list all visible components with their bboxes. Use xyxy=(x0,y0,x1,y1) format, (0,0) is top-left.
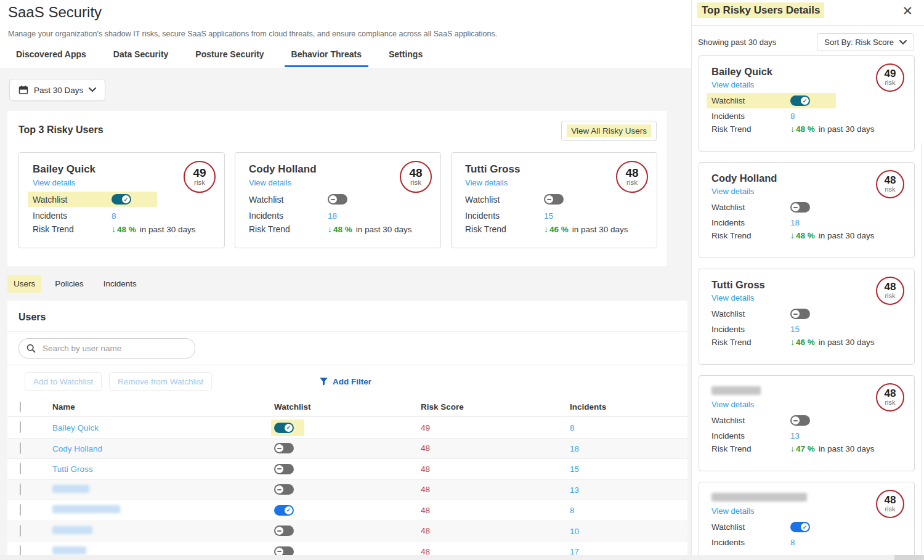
details-user-card: 48 risk Tutti Gross View details Watchli… xyxy=(699,269,915,365)
watchlist-toggle[interactable] xyxy=(274,546,294,555)
redacted-user-name xyxy=(52,485,89,493)
risk-trend-value: 48 %in past 30 days xyxy=(790,230,875,240)
incidents-count-link[interactable]: 17 xyxy=(570,547,579,555)
watchlist-toggle[interactable] xyxy=(790,95,810,106)
watchlist-toggle[interactable] xyxy=(274,464,294,474)
search-input[interactable] xyxy=(41,343,187,354)
details-panel-title: Top Risky Users Details xyxy=(697,4,824,17)
watchlist-toggle[interactable] xyxy=(274,526,294,536)
user-name-link[interactable]: Cody Holland xyxy=(52,444,102,453)
incidents-count-link[interactable]: 8 xyxy=(570,506,575,515)
tab-settings[interactable]: Settings xyxy=(382,47,429,67)
row-checkbox[interactable] xyxy=(20,525,21,537)
risk-score-value: 49 xyxy=(421,423,570,432)
subtab-users[interactable]: Users xyxy=(7,275,41,293)
row-checkbox[interactable] xyxy=(20,545,21,555)
sort-by-dropdown[interactable]: Sort By: Risk Score xyxy=(817,33,914,51)
watchlist-toggle[interactable] xyxy=(790,309,810,319)
remove-from-watchlist-button[interactable]: Remove from Watchlist xyxy=(109,372,212,391)
risk-score-badge: 48 risk xyxy=(400,161,432,193)
view-details-link[interactable]: View details xyxy=(249,178,291,187)
trend-down-arrow-icon xyxy=(790,230,795,240)
row-checkbox[interactable] xyxy=(20,504,21,516)
view-all-risky-users-button[interactable]: View All Risky Users xyxy=(561,121,657,141)
tab-discovered-apps[interactable]: Discovered Apps xyxy=(9,47,93,67)
risk-trend-label: Risk Trend xyxy=(465,224,544,234)
details-user-card: 49 risk Bailey Quick View details Watchl… xyxy=(699,55,915,152)
tab-behavior-threats[interactable]: Behavior Threats xyxy=(285,47,368,67)
view-details-link[interactable]: View details xyxy=(711,506,754,516)
view-details-link[interactable]: View details xyxy=(465,178,508,187)
view-details-link[interactable]: View details xyxy=(711,400,754,409)
watchlist-toggle[interactable] xyxy=(790,415,810,426)
risk-trend-value: 47 %in past 30 days xyxy=(790,444,875,453)
horizontal-scrollbar-thumb[interactable] xyxy=(894,555,924,560)
divider xyxy=(692,25,924,26)
incidents-label: Incidents xyxy=(465,211,544,221)
incidents-count-link[interactable]: 13 xyxy=(790,431,800,440)
risk-score-value: 49 xyxy=(885,69,896,79)
view-details-link[interactable]: View details xyxy=(33,178,75,187)
watchlist-toggle[interactable] xyxy=(544,194,564,205)
toggle-knob xyxy=(285,506,293,514)
trend-down-arrow-icon xyxy=(790,337,795,347)
watchlist-toggle[interactable] xyxy=(328,194,347,205)
risk-score-badge: 48 risk xyxy=(616,161,648,193)
incidents-count-link[interactable]: 15 xyxy=(544,211,553,221)
user-search xyxy=(18,338,195,359)
watchlist-toggle[interactable] xyxy=(111,194,131,205)
row-checkbox[interactable] xyxy=(20,484,21,495)
incidents-count-link[interactable]: 8 xyxy=(111,211,116,221)
sub-tabs: Users Policies Incidents xyxy=(7,275,143,293)
view-details-link[interactable]: View details xyxy=(711,80,754,89)
incidents-count-link[interactable]: 10 xyxy=(570,527,579,536)
row-checkbox[interactable] xyxy=(20,463,21,474)
risk-trend-label: Risk Trend xyxy=(711,444,790,453)
subtab-policies[interactable]: Policies xyxy=(49,275,90,293)
tab-data-security[interactable]: Data Security xyxy=(107,47,175,67)
filter-funnel-icon xyxy=(319,377,328,386)
risk-score-badge: 48 risk xyxy=(876,383,904,412)
risk-unit-label: risk xyxy=(885,79,895,86)
incidents-count-link[interactable]: 8 xyxy=(790,112,795,121)
close-icon[interactable]: ✕ xyxy=(902,4,913,18)
incidents-count-link[interactable]: 8 xyxy=(570,423,575,432)
incidents-count-link[interactable]: 18 xyxy=(570,444,579,453)
user-name-link[interactable]: Tutti Gross xyxy=(52,465,93,474)
user-name-link[interactable]: Bailey Quick xyxy=(52,423,99,432)
subtab-incidents[interactable]: Incidents xyxy=(97,275,143,293)
incidents-count-link[interactable]: 18 xyxy=(790,218,800,227)
risk-trend-row: Risk Trend 46 %in past 30 days xyxy=(465,224,646,234)
view-details-link[interactable]: View details xyxy=(711,187,754,196)
add-filter-button[interactable]: Add Filter xyxy=(319,377,371,386)
add-to-watchlist-button[interactable]: Add to Watchlist xyxy=(25,372,102,391)
row-checkbox[interactable] xyxy=(20,442,21,454)
saas-security-screen: SaaS Security Manage your organization's… xyxy=(0,0,924,560)
view-details-link[interactable]: View details xyxy=(711,293,754,302)
incidents-count-link[interactable]: 13 xyxy=(570,485,579,495)
incidents-count-link[interactable]: 18 xyxy=(328,211,337,221)
trend-suffix: in past 30 days xyxy=(572,225,628,234)
risk-unit-label: risk xyxy=(410,179,421,186)
row-checkbox[interactable] xyxy=(20,421,21,433)
chevron-down-icon xyxy=(899,40,907,45)
user-name xyxy=(711,492,903,504)
risk-score-value: 48 xyxy=(421,485,570,494)
select-all-checkbox[interactable] xyxy=(20,402,21,412)
watchlist-toggle[interactable] xyxy=(790,202,810,213)
watchlist-toggle[interactable] xyxy=(790,522,810,532)
tab-posture-security[interactable]: Posture Security xyxy=(188,47,270,67)
incidents-count-link[interactable]: 8 xyxy=(790,538,795,547)
watchlist-row: Watchlist xyxy=(711,413,903,428)
watchlist-toggle[interactable] xyxy=(274,443,294,453)
watchlist-toggle[interactable] xyxy=(274,423,294,433)
risky-user-cards: 49 risk Bailey Quick View details Watchl… xyxy=(18,152,657,248)
incidents-count-link[interactable]: 15 xyxy=(790,325,800,334)
incidents-count-link[interactable]: 15 xyxy=(570,465,579,474)
time-range-dropdown[interactable]: Past 30 Days xyxy=(9,79,105,101)
watchlist-toggle[interactable] xyxy=(274,484,294,495)
watchlist-row: Watchlist xyxy=(249,192,429,207)
watchlist-toggle[interactable] xyxy=(274,505,294,516)
watchlist-row: Watchlist xyxy=(711,306,903,322)
user-name: Cody Holland xyxy=(711,172,903,184)
